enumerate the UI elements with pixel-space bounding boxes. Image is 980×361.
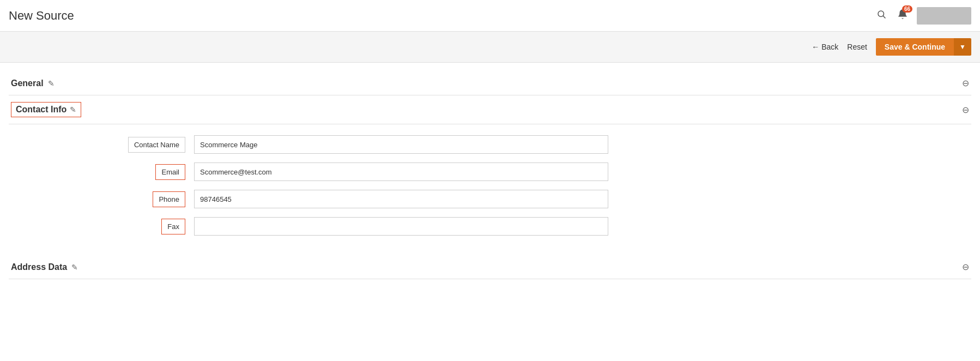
address-data-section-left: Address Data ✎ [11,262,78,272]
phone-label-wrapper: Phone [9,191,194,207]
svg-point-0 [878,11,884,17]
header-actions: 66 [874,7,971,25]
notification-button[interactable]: 66 [895,7,910,25]
email-row: Email [9,163,971,181]
reset-button[interactable]: Reset [847,43,867,51]
contact-info-section-title: Contact Info [16,105,66,115]
search-icon [876,9,886,19]
search-button[interactable] [874,7,888,24]
toolbar: ← Back Reset Save & Continue ▼ [0,32,980,63]
phone-label: Phone [153,191,185,207]
contact-info-body: Contact Name Email Phone [9,124,971,255]
contact-info-section-left: Contact Info ✎ [11,102,81,117]
general-section-title: General [11,79,44,88]
back-label: Back [821,43,838,51]
general-edit-icon[interactable]: ✎ [48,79,55,88]
general-section-header[interactable]: General ✎ ⊖ [9,71,971,95]
save-continue-dropdown-button[interactable]: ▼ [954,38,971,56]
fax-input[interactable] [194,217,608,236]
main-content: General ✎ ⊖ Contact Info ✎ ⊖ Contact Nam… [0,63,980,288]
contact-name-row: Contact Name [9,135,971,154]
contact-info-section: Contact Info ✎ ⊖ Contact Name Email [9,95,971,255]
fax-label: Fax [161,219,185,234]
general-section-left: General ✎ [11,79,55,88]
back-button[interactable]: ← Back [812,43,838,51]
address-data-section-header[interactable]: Address Data ✎ ⊖ [9,255,971,279]
address-data-section-title: Address Data [11,262,67,272]
save-continue-button-group: Save & Continue ▼ [876,38,971,56]
address-data-collapse-icon[interactable]: ⊖ [962,262,969,272]
contact-info-collapse-icon[interactable]: ⊖ [962,105,969,115]
email-input[interactable] [194,163,608,181]
phone-row: Phone [9,190,971,208]
top-header: New Source 66 [0,0,980,32]
notification-badge: 66 [902,5,912,13]
page-title: New Source [9,9,74,23]
address-data-edit-icon[interactable]: ✎ [71,263,78,272]
contact-name-input[interactable] [194,135,608,154]
contact-info-title-box: Contact Info ✎ [11,102,81,117]
email-label: Email [155,164,185,180]
email-label-wrapper: Email [9,164,194,180]
fax-label-wrapper: Fax [9,219,194,234]
contact-info-section-header[interactable]: Contact Info ✎ ⊖ [9,95,971,124]
user-menu-button[interactable] [917,7,971,25]
back-arrow-icon: ← [812,43,819,51]
fax-row: Fax [9,217,971,236]
chevron-down-icon: ▼ [959,43,966,51]
address-data-section: Address Data ✎ ⊖ [9,255,971,279]
svg-line-1 [883,16,885,18]
contact-name-label: Contact Name [128,137,185,153]
phone-input[interactable] [194,190,608,208]
general-collapse-icon[interactable]: ⊖ [962,78,969,88]
save-continue-main-button[interactable]: Save & Continue [876,38,954,56]
contact-info-edit-icon[interactable]: ✎ [70,105,76,114]
general-section: General ✎ ⊖ [9,71,971,95]
contact-name-label-wrapper: Contact Name [9,137,194,153]
